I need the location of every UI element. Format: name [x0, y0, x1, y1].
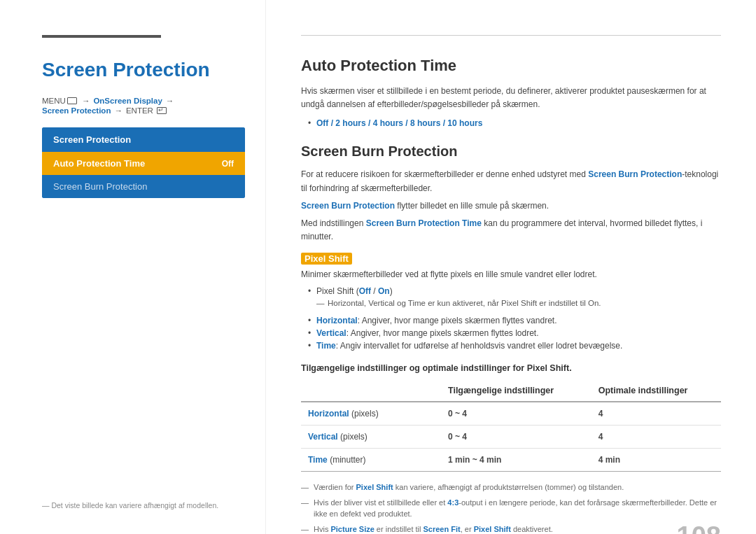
- bullet-horizontal: Horizontal: Angiver, hvor mange pixels s…: [308, 314, 721, 327]
- section1-body: Hvis skærmen viser et stillbillede i en …: [301, 85, 721, 111]
- footer-note-3: Hvis Picture Size er indstillet til Scre…: [301, 524, 721, 534]
- menu-box-header: Screen Protection: [42, 127, 245, 152]
- footer-note-1: Værdien for Pixel Shift kan variere, afh…: [301, 482, 721, 493]
- td-horizontal-optimal: 4: [592, 402, 721, 426]
- section2-body1: For at reducere risikoen for skærmefterb…: [301, 168, 721, 195]
- bullet1-start: Pixel Shift (: [316, 286, 359, 296]
- left-panel: Screen Protection MENU → OnScreen Displa…: [0, 0, 266, 534]
- pixel-shift-heading: Pixel Shift: [301, 253, 721, 264]
- td-vertical-range: 0 ~ 4: [441, 426, 592, 449]
- table-body: Horizontal (pixels) 0 ~ 4 4 Vertical (pi…: [301, 402, 721, 472]
- options-highlight: Off / 2 hours / 4 hours / 8 hours / 10 h…: [316, 118, 482, 128]
- section2-highlight2: Screen Burn Protection: [301, 201, 395, 211]
- nav-arrow-3: →: [114, 106, 122, 115]
- td-horizontal-range: 0 ~ 4: [441, 402, 592, 426]
- bullet-time: Time: Angiv intervallet for udførelse af…: [308, 339, 721, 352]
- vertical-label: Vertical: [308, 432, 338, 442]
- footer-note-3-text: Hvis: [314, 525, 330, 533]
- td-time-optimal: 4 min: [592, 449, 721, 472]
- footer-note-2-text: Hvis der bliver vist et stillbillede ell…: [314, 498, 447, 507]
- top-bar-right: [301, 35, 721, 36]
- section2-title: Screen Burn Protection: [301, 143, 721, 160]
- horizontal-suffix: (pixels): [351, 409, 379, 419]
- section2-highlight1: Screen Burn Protection: [588, 169, 682, 179]
- page-title: Screen Protection: [42, 59, 244, 81]
- footer-note-3-end: deaktiveret.: [511, 525, 553, 533]
- pixel-shift-dash-note: Horizontal, Vertical og Time er kun akti…: [316, 299, 721, 307]
- footer-note-1-rest: kan variere, afhængigt af produktstørrel…: [393, 483, 624, 491]
- pixel-shift-body: Minimer skærmefterbilleder ved at flytte…: [301, 269, 721, 279]
- nav-screen-protection: Screen Protection: [42, 106, 111, 115]
- menu-box: Screen Protection Auto Protection Time O…: [42, 127, 245, 198]
- bullet2-label: Horizontal: [316, 316, 358, 325]
- time-suffix: (minutter): [330, 455, 365, 465]
- bullet1-off: Off: [359, 286, 371, 296]
- menu-label: MENU: [42, 97, 66, 105]
- footer-notes: Værdien for Pixel Shift kan variere, afh…: [301, 482, 721, 534]
- enter-icon: [157, 107, 167, 114]
- nav-arrow-1: →: [82, 97, 90, 105]
- footer-note-1-text: Værdien for: [314, 483, 356, 491]
- bullet1-end: ): [390, 286, 393, 296]
- th-label: [301, 380, 441, 402]
- time-label: Time: [308, 455, 328, 465]
- th-optimal: Optimale indstillinger: [592, 380, 721, 402]
- footer-note-3-mid: er indstillet til: [374, 525, 424, 533]
- td-time-label: Time (minutter): [301, 449, 441, 472]
- menu-item-auto-protection[interactable]: Auto Protection Time Off: [42, 152, 245, 175]
- td-vertical-label: Vertical (pixels): [301, 426, 441, 449]
- td-vertical-optimal: 4: [592, 426, 721, 449]
- menu-item-label-burn: Screen Burn Protection: [53, 181, 147, 192]
- section2-body3: Med indstillingen Screen Burn Protection…: [301, 217, 721, 244]
- section2-body1-text: For at reducere risikoen for skærmefterb…: [301, 169, 588, 179]
- footer-note-3-rest: , er: [461, 525, 474, 533]
- table-row: Vertical (pixels) 0 ~ 4 4: [301, 426, 721, 449]
- menu-item-value-auto: Off: [222, 159, 234, 169]
- bullet3-rest: : Angiver, hvor mange pixels skærmen fly…: [346, 328, 539, 338]
- footer-note-1-highlight: Pixel Shift: [356, 483, 393, 491]
- left-footnote: Det viste billede kan variere afhængigt …: [42, 501, 218, 510]
- table-row: Time (minutter) 1 min ~ 4 min 4 min: [301, 449, 721, 472]
- footer-note-3-pixel: Pixel Shift: [474, 525, 511, 533]
- menu-item-label-auto: Auto Protection Time: [53, 158, 145, 169]
- pixel-shift-label: Pixel Shift: [301, 253, 352, 265]
- bullet1-slash: /: [371, 286, 378, 296]
- nav-arrow-2: →: [166, 97, 174, 105]
- nav-onscreen: OnScreen Display: [93, 97, 162, 105]
- section2-body2: Screen Burn Protection flytter billedet …: [301, 199, 721, 213]
- bullet-pixel-shift-item: Pixel Shift (Off / On) Horizontal, Verti…: [308, 285, 721, 311]
- section2: Screen Burn Protection For at reducere r…: [301, 143, 721, 534]
- bullet4-label: Time: [316, 341, 336, 351]
- footer-note-3-screenfit: Screen Fit: [424, 525, 461, 533]
- section2-body2-rest: flytter billedet en lille smule på skærm…: [395, 201, 549, 211]
- pixel-shift-bullets: Pixel Shift (Off / On) Horizontal, Verti…: [301, 285, 721, 352]
- bullet1-on: On: [378, 286, 390, 296]
- table-section: Tilgængelige indstillinger og optimale i…: [301, 363, 721, 472]
- section2-highlight3: Screen Burn Protection Time: [366, 218, 482, 228]
- menu-nav: MENU → OnScreen Display → Screen Protect…: [42, 97, 244, 115]
- footer-note-2: Hvis der bliver vist et stillbillede ell…: [301, 497, 721, 520]
- bullet2-rest: : Angiver, hvor mange pixels skærmen fly…: [358, 316, 557, 325]
- table-intro: Tilgængelige indstillinger og optimale i…: [301, 363, 721, 373]
- td-time-range: 1 min ~ 4 min: [441, 449, 592, 472]
- table-head: Tilgængelige indstillinger Optimale inds…: [301, 380, 721, 402]
- menu-item-screen-burn[interactable]: Screen Burn Protection: [42, 175, 245, 198]
- th-available: Tilgængelige indstillinger: [441, 380, 592, 402]
- section1-title: Auto Protection Time: [301, 57, 721, 75]
- td-horizontal-label: Horizontal (pixels): [301, 402, 441, 426]
- section2-body3-start: Med indstillingen: [301, 218, 366, 228]
- vertical-suffix: (pixels): [340, 432, 368, 442]
- settings-table: Tilgængelige indstillinger Optimale inds…: [301, 380, 721, 472]
- top-bar-left: [42, 35, 161, 38]
- menu-icon: [67, 97, 77, 104]
- horizontal-label: Horizontal: [308, 409, 349, 419]
- bullet4-rest: : Angiv intervallet for udførelse af hen…: [336, 341, 623, 351]
- footer-note-2-highlight: 4:3: [447, 498, 458, 507]
- nav-enter-label: ENTER: [126, 106, 153, 115]
- table-row: Horizontal (pixels) 0 ~ 4 4: [301, 402, 721, 426]
- section1-options: Off / 2 hours / 4 hours / 8 hours / 10 h…: [301, 117, 721, 129]
- right-panel: Auto Protection Time Hvis skærmen viser …: [266, 0, 756, 534]
- bullet3-label: Vertical: [316, 328, 346, 338]
- table-header-row: Tilgængelige indstillinger Optimale inds…: [301, 380, 721, 402]
- page-number: 108: [677, 521, 721, 534]
